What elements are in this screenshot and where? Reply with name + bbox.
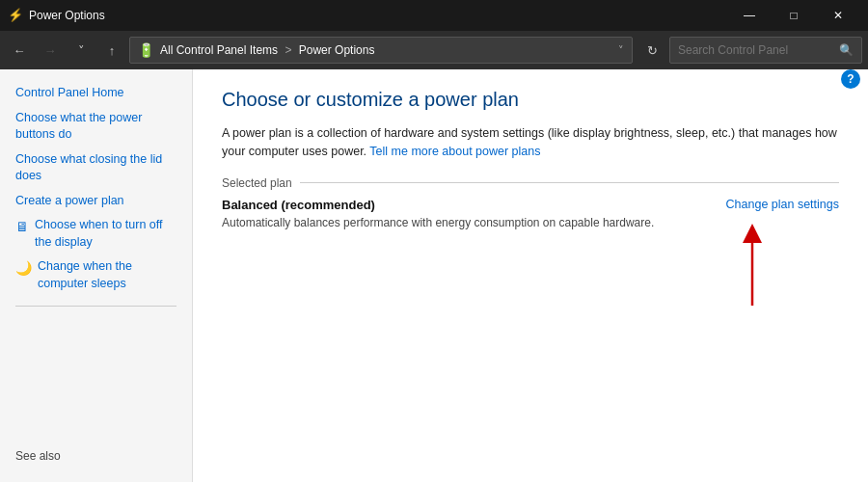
refresh-button[interactable]: ↻ — [638, 37, 665, 64]
display-icon: 🖥 — [15, 218, 29, 237]
minimize-button[interactable]: — — [727, 0, 772, 31]
window-controls: — □ ✕ — [727, 0, 860, 31]
sidebar-divider — [15, 306, 176, 307]
address-bar: ← → ˅ ↑ 🔋 All Control Panel Items > Powe… — [0, 31, 868, 69]
back-button[interactable]: ← — [6, 37, 33, 64]
address-field[interactable]: 🔋 All Control Panel Items > Power Option… — [129, 37, 633, 64]
search-box[interactable]: 🔍 — [669, 37, 862, 64]
page-title: Choose or customize a power plan — [222, 89, 839, 111]
plan-box: Balanced (recommended) Automatically bal… — [222, 198, 839, 229]
dropdown-button[interactable]: ˅ — [68, 37, 95, 64]
sidebar: Control Panel Home Choose what the power… — [0, 69, 193, 482]
plan-description: Automatically balances performance with … — [222, 216, 839, 229]
section-label: Selected plan — [222, 176, 839, 190]
up-button[interactable]: ↑ — [98, 37, 125, 64]
search-icon: 🔍 — [839, 43, 854, 57]
app-icon: ⚡ — [8, 8, 23, 23]
sidebar-item-control-panel-home[interactable]: Control Panel Home — [0, 81, 192, 106]
window-title: Power Options — [29, 9, 727, 22]
sidebar-item-create-plan[interactable]: Create a power plan — [0, 189, 192, 214]
main-container: Control Panel Home Choose what the power… — [0, 69, 868, 482]
sidebar-item-closing-lid[interactable]: Choose what closing the lid does — [0, 147, 192, 189]
title-bar: ⚡ Power Options — □ ✕ — [0, 0, 868, 31]
sidebar-item-power-buttons[interactable]: Choose what the power buttons do — [0, 106, 192, 147]
change-plan-link[interactable]: Change plan settings — [726, 198, 839, 211]
forward-button[interactable]: → — [37, 37, 64, 64]
address-chevron-icon[interactable]: ˅ — [618, 44, 624, 57]
close-button[interactable]: ✕ — [816, 0, 860, 31]
path-current: Power Options — [299, 43, 375, 57]
learn-more-link[interactable]: Tell me more about power plans — [369, 145, 540, 158]
content-description: A power plan is a collection of hardware… — [222, 124, 839, 161]
see-also-label: See also — [0, 442, 192, 470]
sidebar-item-sleep[interactable]: 🌙 Change when the computer sleeps — [0, 254, 192, 296]
sleep-icon: 🌙 — [15, 259, 32, 279]
address-path: All Control Panel Items > Power Options — [160, 43, 612, 57]
search-input[interactable] — [678, 43, 833, 57]
sidebar-item-turn-off-display[interactable]: 🖥 Choose when to turn off the display — [0, 213, 192, 254]
path-separator: > — [285, 43, 291, 57]
maximize-button[interactable]: □ — [772, 0, 816, 31]
content-area: Choose or customize a power plan A power… — [193, 69, 868, 482]
path-root: All Control Panel Items — [160, 43, 278, 57]
path-icon: 🔋 — [138, 42, 154, 58]
arrow-annotation — [714, 219, 791, 315]
